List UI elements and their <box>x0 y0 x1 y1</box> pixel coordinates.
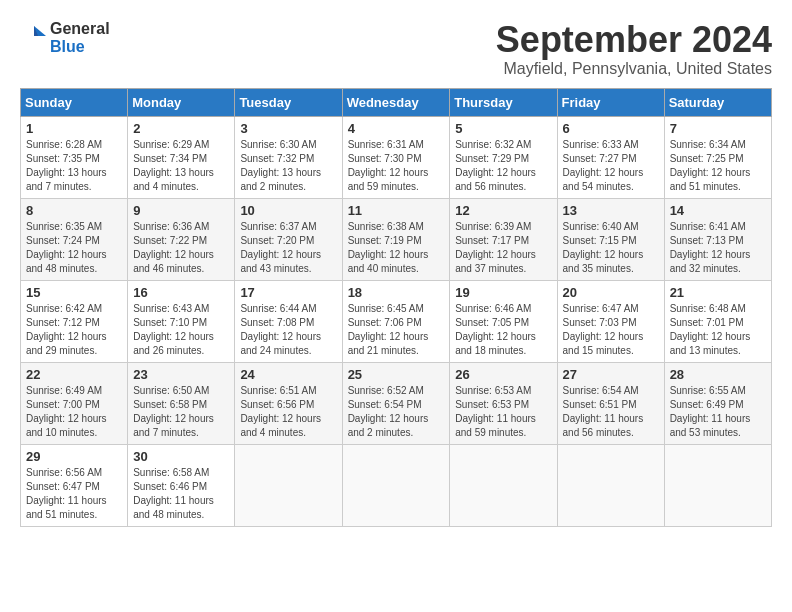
sunrise-text: Sunrise: 6:30 AM <box>240 139 316 150</box>
day-number: 20 <box>563 285 659 300</box>
daylight-text: Daylight: 12 hours and 43 minutes. <box>240 249 321 274</box>
sunrise-text: Sunrise: 6:31 AM <box>348 139 424 150</box>
day-info: Sunrise: 6:56 AMSunset: 6:47 PMDaylight:… <box>26 466 122 522</box>
day-info: Sunrise: 6:36 AMSunset: 7:22 PMDaylight:… <box>133 220 229 276</box>
daylight-text: Daylight: 12 hours and 10 minutes. <box>26 413 107 438</box>
calendar-cell: 28Sunrise: 6:55 AMSunset: 6:49 PMDayligh… <box>664 362 771 444</box>
sunrise-text: Sunrise: 6:28 AM <box>26 139 102 150</box>
daylight-text: Daylight: 13 hours and 4 minutes. <box>133 167 214 192</box>
day-info: Sunrise: 6:39 AMSunset: 7:17 PMDaylight:… <box>455 220 551 276</box>
day-info: Sunrise: 6:33 AMSunset: 7:27 PMDaylight:… <box>563 138 659 194</box>
day-info: Sunrise: 6:55 AMSunset: 6:49 PMDaylight:… <box>670 384 766 440</box>
calendar-cell: 7Sunrise: 6:34 AMSunset: 7:25 PMDaylight… <box>664 116 771 198</box>
day-number: 3 <box>240 121 336 136</box>
column-header-monday: Monday <box>128 88 235 116</box>
day-info: Sunrise: 6:45 AMSunset: 7:06 PMDaylight:… <box>348 302 445 358</box>
calendar-cell: 22Sunrise: 6:49 AMSunset: 7:00 PMDayligh… <box>21 362 128 444</box>
calendar-cell: 8Sunrise: 6:35 AMSunset: 7:24 PMDaylight… <box>21 198 128 280</box>
logo-bird-icon <box>20 24 48 52</box>
sunset-text: Sunset: 7:03 PM <box>563 317 637 328</box>
sunrise-text: Sunrise: 6:36 AM <box>133 221 209 232</box>
sunset-text: Sunset: 6:54 PM <box>348 399 422 410</box>
day-number: 7 <box>670 121 766 136</box>
day-info: Sunrise: 6:42 AMSunset: 7:12 PMDaylight:… <box>26 302 122 358</box>
calendar-week-row: 8Sunrise: 6:35 AMSunset: 7:24 PMDaylight… <box>21 198 772 280</box>
sunrise-text: Sunrise: 6:47 AM <box>563 303 639 314</box>
sunrise-text: Sunrise: 6:58 AM <box>133 467 209 478</box>
day-number: 10 <box>240 203 336 218</box>
day-number: 17 <box>240 285 336 300</box>
day-info: Sunrise: 6:37 AMSunset: 7:20 PMDaylight:… <box>240 220 336 276</box>
calendar-cell: 11Sunrise: 6:38 AMSunset: 7:19 PMDayligh… <box>342 198 450 280</box>
daylight-text: Daylight: 12 hours and 7 minutes. <box>133 413 214 438</box>
sunset-text: Sunset: 7:01 PM <box>670 317 744 328</box>
sunset-text: Sunset: 7:29 PM <box>455 153 529 164</box>
sunrise-text: Sunrise: 6:37 AM <box>240 221 316 232</box>
calendar-cell <box>664 444 771 526</box>
daylight-text: Daylight: 12 hours and 18 minutes. <box>455 331 536 356</box>
calendar-cell: 5Sunrise: 6:32 AMSunset: 7:29 PMDaylight… <box>450 116 557 198</box>
day-number: 28 <box>670 367 766 382</box>
sunset-text: Sunset: 6:51 PM <box>563 399 637 410</box>
sunrise-text: Sunrise: 6:48 AM <box>670 303 746 314</box>
sunset-text: Sunset: 7:30 PM <box>348 153 422 164</box>
calendar-cell: 19Sunrise: 6:46 AMSunset: 7:05 PMDayligh… <box>450 280 557 362</box>
calendar-cell: 14Sunrise: 6:41 AMSunset: 7:13 PMDayligh… <box>664 198 771 280</box>
sunrise-text: Sunrise: 6:49 AM <box>26 385 102 396</box>
day-info: Sunrise: 6:48 AMSunset: 7:01 PMDaylight:… <box>670 302 766 358</box>
daylight-text: Daylight: 12 hours and 56 minutes. <box>455 167 536 192</box>
column-header-tuesday: Tuesday <box>235 88 342 116</box>
day-number: 8 <box>26 203 122 218</box>
logo-text: General Blue <box>50 20 110 56</box>
daylight-text: Daylight: 12 hours and 24 minutes. <box>240 331 321 356</box>
sunset-text: Sunset: 6:47 PM <box>26 481 100 492</box>
day-number: 22 <box>26 367 122 382</box>
sunset-text: Sunset: 7:13 PM <box>670 235 744 246</box>
day-info: Sunrise: 6:50 AMSunset: 6:58 PMDaylight:… <box>133 384 229 440</box>
calendar-cell: 27Sunrise: 6:54 AMSunset: 6:51 PMDayligh… <box>557 362 664 444</box>
daylight-text: Daylight: 12 hours and 40 minutes. <box>348 249 429 274</box>
sunset-text: Sunset: 7:22 PM <box>133 235 207 246</box>
day-info: Sunrise: 6:38 AMSunset: 7:19 PMDaylight:… <box>348 220 445 276</box>
day-number: 5 <box>455 121 551 136</box>
daylight-text: Daylight: 12 hours and 26 minutes. <box>133 331 214 356</box>
sunset-text: Sunset: 7:08 PM <box>240 317 314 328</box>
day-info: Sunrise: 6:53 AMSunset: 6:53 PMDaylight:… <box>455 384 551 440</box>
daylight-text: Daylight: 12 hours and 32 minutes. <box>670 249 751 274</box>
day-info: Sunrise: 6:52 AMSunset: 6:54 PMDaylight:… <box>348 384 445 440</box>
daylight-text: Daylight: 12 hours and 48 minutes. <box>26 249 107 274</box>
daylight-text: Daylight: 12 hours and 51 minutes. <box>670 167 751 192</box>
day-info: Sunrise: 6:58 AMSunset: 6:46 PMDaylight:… <box>133 466 229 522</box>
calendar-cell: 30Sunrise: 6:58 AMSunset: 6:46 PMDayligh… <box>128 444 235 526</box>
calendar-cell: 25Sunrise: 6:52 AMSunset: 6:54 PMDayligh… <box>342 362 450 444</box>
calendar-cell <box>557 444 664 526</box>
day-number: 19 <box>455 285 551 300</box>
day-number: 14 <box>670 203 766 218</box>
day-info: Sunrise: 6:54 AMSunset: 6:51 PMDaylight:… <box>563 384 659 440</box>
sunrise-text: Sunrise: 6:52 AM <box>348 385 424 396</box>
day-number: 9 <box>133 203 229 218</box>
sunrise-text: Sunrise: 6:44 AM <box>240 303 316 314</box>
sunrise-text: Sunrise: 6:38 AM <box>348 221 424 232</box>
logo: General Blue <box>20 20 110 56</box>
column-header-wednesday: Wednesday <box>342 88 450 116</box>
column-header-sunday: Sunday <box>21 88 128 116</box>
daylight-text: Daylight: 12 hours and 15 minutes. <box>563 331 644 356</box>
sunrise-text: Sunrise: 6:50 AM <box>133 385 209 396</box>
sunrise-text: Sunrise: 6:56 AM <box>26 467 102 478</box>
sunrise-text: Sunrise: 6:35 AM <box>26 221 102 232</box>
day-number: 23 <box>133 367 229 382</box>
day-number: 24 <box>240 367 336 382</box>
sunset-text: Sunset: 6:53 PM <box>455 399 529 410</box>
sunset-text: Sunset: 7:27 PM <box>563 153 637 164</box>
logo-general: General <box>50 20 110 37</box>
calendar-week-row: 15Sunrise: 6:42 AMSunset: 7:12 PMDayligh… <box>21 280 772 362</box>
sunset-text: Sunset: 7:05 PM <box>455 317 529 328</box>
day-info: Sunrise: 6:32 AMSunset: 7:29 PMDaylight:… <box>455 138 551 194</box>
day-info: Sunrise: 6:30 AMSunset: 7:32 PMDaylight:… <box>240 138 336 194</box>
day-info: Sunrise: 6:47 AMSunset: 7:03 PMDaylight:… <box>563 302 659 358</box>
day-info: Sunrise: 6:51 AMSunset: 6:56 PMDaylight:… <box>240 384 336 440</box>
calendar-cell: 21Sunrise: 6:48 AMSunset: 7:01 PMDayligh… <box>664 280 771 362</box>
calendar-cell: 2Sunrise: 6:29 AMSunset: 7:34 PMDaylight… <box>128 116 235 198</box>
day-info: Sunrise: 6:29 AMSunset: 7:34 PMDaylight:… <box>133 138 229 194</box>
